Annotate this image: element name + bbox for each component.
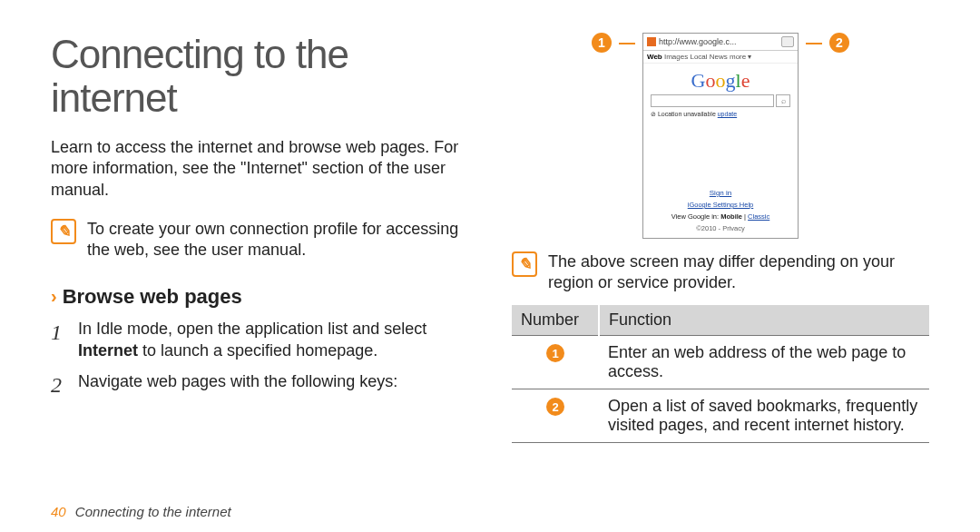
page-number: 40 [51,504,66,519]
title-line-1: Connecting to the [51,32,348,76]
step-text-after: to launch a specified homepage. [138,341,377,360]
col-function-header: Function [599,305,929,336]
callout-table: Number Function 1 Enter an web address o… [512,305,929,443]
step-text: Navigate web pages with the following ke… [78,370,397,399]
view-mode: View Google in: Mobile | Classic [643,212,798,221]
callout-1-badge: 1 [592,33,612,53]
callout-1-icon: 1 [546,344,564,362]
google-nav-tabs: Web Images Local News more ▾ [643,51,798,64]
intro-paragraph: Learn to access the internet and browse … [51,137,468,201]
callout-2-icon: 2 [546,398,564,416]
note-block-2: ✎ The above screen may differ depending … [512,251,929,294]
google-logo: Google [643,64,798,94]
address-bar: http://www.google.c... [643,34,798,51]
footer-links: iGoogle Settings Help [643,201,798,209]
step-text-bold: Internet [78,341,138,360]
phone-screenshot: http://www.google.c... Web Images Local … [642,33,799,239]
signin-link: Sign in [643,189,798,197]
callout-2-badge: 2 [829,33,849,53]
section-title: Browse web pages [63,285,242,309]
step-number: 2 [51,370,67,399]
url-text: http://www.google.c... [659,37,779,46]
callout-line-right [806,43,822,44]
search-row: ⌕ [643,94,798,111]
view-classic-link: Classic [748,212,769,221]
page-title: Connecting to the internet [51,33,468,121]
table-row: 1 Enter an web address of the web page t… [512,335,929,389]
footer-chapter-title: Connecting to the internet [75,504,231,519]
location-prefix: ⊘ Location unavailable [651,111,718,117]
copyright: ©2010 - Privacy [643,224,798,238]
search-button-icon: ⌕ [776,94,790,107]
view-mobile: Mobile [720,212,742,221]
left-column: Connecting to the internet Learn to acce… [51,33,468,488]
section-heading: › Browse web pages [51,285,468,309]
logo-o2: o [716,69,726,92]
view-prefix: View Google in: [671,212,720,221]
row-function-cell: Open a list of saved bookmarks, frequent… [599,389,929,442]
step-number: 1 [51,318,67,362]
note-icon: ✎ [512,251,537,277]
step-text: In Idle mode, open the application list … [78,318,468,362]
note-text-1: To create your own connection profile fo… [87,219,468,261]
location-update-link: update [718,111,737,117]
logo-e: e [741,69,750,92]
note-text-2: The above screen may differ depending on… [548,251,929,294]
note-block-1: ✎ To create your own connection profile … [51,219,468,261]
step-text-before: Navigate web pages with the following ke… [78,372,397,390]
chevron-right-icon: › [51,286,57,307]
phone-spacer [643,123,798,189]
note-icon: ✎ [51,219,76,244]
bookmark-button-icon [781,36,794,47]
site-favicon-icon [647,37,656,46]
page-footer: 40 Connecting to the internet [51,504,231,519]
search-box [651,94,774,107]
table-header-row: Number Function [512,305,929,336]
callout-line-left [619,43,635,44]
logo-g: G [691,69,706,92]
title-line-2: internet [51,75,177,120]
location-text: ⊘ Location unavailable update [643,111,798,123]
col-number-header: Number [512,305,599,336]
logo-o1: o [706,69,716,92]
table-row: 2 Open a list of saved bookmarks, freque… [512,389,929,442]
logo-g2: g [726,69,736,92]
step-text-before: In Idle mode, open the application list … [78,320,426,338]
row-function-cell: Enter an web address of the web page to … [599,335,929,389]
step-1: 1 In Idle mode, open the application lis… [51,318,468,362]
two-column-layout: Connecting to the internet Learn to acce… [51,33,929,488]
phone-screenshot-with-callouts: 1 http://www.google.c... Web Images Loca… [512,33,929,239]
right-column: 1 http://www.google.c... Web Images Loca… [512,33,929,488]
row-number-cell: 2 [512,389,599,442]
row-number-cell: 1 [512,335,599,389]
manual-page: Connecting to the internet Learn to acce… [0,0,980,532]
tabs-rest: Images Local News more ▾ [662,53,752,61]
step-2: 2 Navigate web pages with the following … [51,370,468,399]
tab-web: Web [647,53,662,61]
